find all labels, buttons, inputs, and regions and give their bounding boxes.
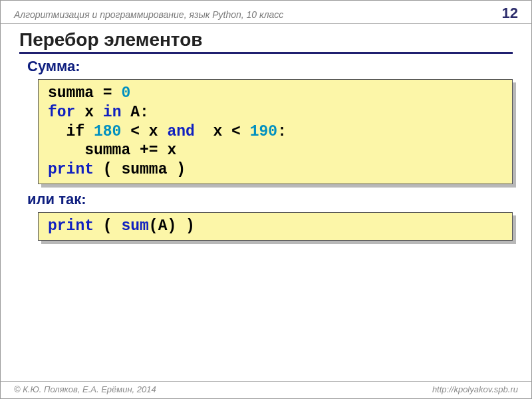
- code-number: 0: [121, 84, 130, 102]
- section-label-sum: Сумма:: [27, 58, 513, 75]
- code-box: print ( sum(A) ): [38, 212, 513, 241]
- code-text: x: [75, 104, 102, 121]
- code-box: summa = 0 for x in A: if 180 < x and x <…: [38, 79, 513, 184]
- footer-authors: © К.Ю. Поляков, Е.А. Ерёмин, 2014: [14, 384, 156, 394]
- code-text: :: [277, 123, 287, 140]
- section-label-alt: или так:: [27, 191, 513, 208]
- code-text: x <: [195, 123, 250, 140]
- code-builtin: print: [48, 161, 94, 178]
- code-builtin: sum: [121, 217, 148, 235]
- slide-header: Алгоритмизация и программирование, язык …: [1, 1, 531, 24]
- code-block-2: print ( sum(A) ): [38, 212, 513, 241]
- code-block-1: summa = 0 for x in A: if 180 < x and x <…: [38, 79, 513, 184]
- slide-content: Перебор элементов Сумма: summa = 0 for x…: [1, 24, 531, 241]
- code-text: (A) ): [149, 217, 195, 235]
- code-text: ( summa ): [94, 161, 186, 178]
- slide-footer: © К.Ю. Поляков, Е.А. Ерёмин, 2014 http:/…: [1, 381, 531, 398]
- code-text: < x: [121, 123, 167, 140]
- code-number: 180: [94, 123, 121, 140]
- code-text: (: [94, 217, 121, 235]
- code-number: 190: [250, 123, 277, 140]
- code-text: summa =: [48, 84, 121, 102]
- code-text: summa += x: [48, 142, 176, 159]
- code-keyword: in: [103, 104, 122, 121]
- footer-url: http://kpolyakov.spb.ru: [432, 384, 518, 394]
- code-builtin: print: [48, 217, 94, 235]
- code-text: if: [48, 123, 94, 140]
- code-keyword: and: [167, 123, 194, 140]
- code-keyword: for: [48, 104, 75, 121]
- course-title: Алгоритмизация и программирование, язык …: [14, 9, 283, 20]
- slide-title: Перебор элементов: [19, 29, 513, 54]
- code-text: A:: [121, 104, 148, 121]
- page-number: 12: [502, 5, 518, 22]
